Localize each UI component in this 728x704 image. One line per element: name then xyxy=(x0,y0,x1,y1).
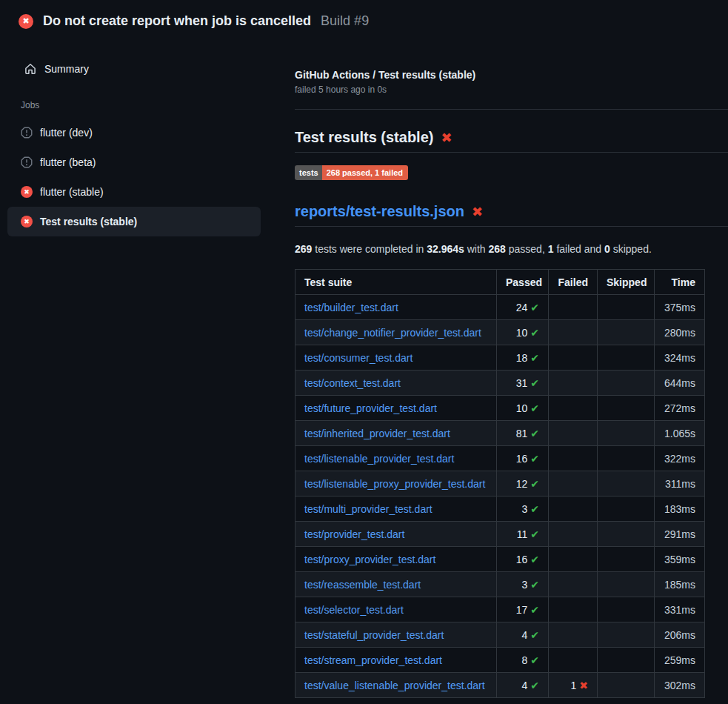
passed-count: 11 xyxy=(517,528,528,540)
failed-cell xyxy=(549,371,598,396)
skipped-cell xyxy=(598,421,655,446)
job-label: flutter (dev) xyxy=(40,127,93,139)
report-file-link[interactable]: reports/test-results.json xyxy=(295,203,464,220)
time-cell: 185ms xyxy=(655,572,705,597)
summary-text: passed, xyxy=(506,243,548,255)
suite-link[interactable]: test/context_test.dart xyxy=(304,377,401,389)
summary-text: with xyxy=(464,243,489,255)
jobs-section-label: Jobs xyxy=(21,100,289,110)
passed-count: 3 xyxy=(521,503,527,515)
skipped-cell xyxy=(598,295,655,320)
passed-count: 4 xyxy=(521,629,527,641)
stop-octagon-icon xyxy=(21,127,33,139)
table-row: test/stateful_provider_test.dart4✔206ms xyxy=(295,622,705,648)
skipped-cell xyxy=(598,522,655,547)
sidebar-item-flutter-dev[interactable]: flutter (dev) xyxy=(7,118,261,147)
test-results-table: Test suitePassedFailedSkippedTime test/b… xyxy=(295,269,705,698)
suite-cell: test/change_notifier_provider_test.dart xyxy=(295,320,497,345)
column-header-skipped: Skipped xyxy=(598,270,655,295)
main-content: GitHub Actions / Test results (stable) f… xyxy=(289,42,728,704)
table-row: test/change_notifier_provider_test.dart1… xyxy=(295,320,705,345)
summary-text: failed and xyxy=(554,243,605,255)
suite-link[interactable]: test/listenable_proxy_provider_test.dart xyxy=(304,478,485,490)
skipped-cell xyxy=(598,622,655,648)
passed-count: 31 xyxy=(516,377,528,389)
failed-cell xyxy=(549,471,598,497)
failed-cell xyxy=(549,396,598,421)
passed-count: 81 xyxy=(516,428,528,439)
sidebar-item-flutter-stable[interactable]: ✖flutter (stable) xyxy=(7,177,261,207)
table-row: test/proxy_provider_test.dart16✔359ms xyxy=(295,547,705,572)
failed-count: 1 xyxy=(570,680,576,691)
sidebar-item-test-results-stable[interactable]: ✖Test results (stable) xyxy=(7,207,261,236)
table-row: test/consumer_test.dart18✔324ms xyxy=(295,345,705,371)
column-header-failed: Failed xyxy=(549,270,598,295)
suite-link[interactable]: test/multi_provider_test.dart xyxy=(304,503,433,515)
passed-cell: 3✔ xyxy=(497,572,549,597)
check-mark-icon: ✔ xyxy=(530,579,539,591)
skipped-cell xyxy=(598,497,655,522)
failed-cell xyxy=(549,421,598,446)
sidebar-item-summary[interactable]: Summary xyxy=(7,54,261,84)
duration-value: 32.964s xyxy=(427,243,464,255)
sidebar-item-flutter-beta[interactable]: flutter (beta) xyxy=(7,147,261,177)
column-header-passed: Passed xyxy=(497,270,549,295)
suite-cell: test/inherited_provider_test.dart xyxy=(295,421,497,446)
suite-link[interactable]: test/inherited_provider_test.dart xyxy=(304,428,450,439)
passed-cell: 24✔ xyxy=(497,295,549,320)
suite-link[interactable]: test/listenable_provider_test.dart xyxy=(304,453,454,465)
failed-cell xyxy=(549,497,598,522)
passed-count: 4 xyxy=(521,680,527,691)
suite-link[interactable]: test/consumer_test.dart xyxy=(304,352,413,364)
run-header: ✖ Do not create report when job is cance… xyxy=(0,0,728,42)
passed-cell: 8✔ xyxy=(497,648,549,673)
table-row: test/multi_provider_test.dart3✔183ms xyxy=(295,497,705,522)
passed-count: 18 xyxy=(516,352,528,364)
suite-link[interactable]: test/proxy_provider_test.dart xyxy=(304,554,435,565)
results-table-head-row: Test suitePassedFailedSkippedTime xyxy=(295,270,705,295)
summary-text: tests were completed in xyxy=(312,243,427,255)
suite-link[interactable]: test/stateful_provider_test.dart xyxy=(304,629,444,641)
failed-cell xyxy=(549,597,598,622)
suite-link[interactable]: test/builder_test.dart xyxy=(304,302,398,313)
suite-link[interactable]: test/selector_test.dart xyxy=(304,604,404,616)
run-title: Do not create report when job is cancell… xyxy=(43,13,311,29)
passed-cell: 17✔ xyxy=(497,597,549,622)
suite-link[interactable]: test/stream_provider_test.dart xyxy=(304,654,442,666)
passed-count: 16 xyxy=(516,554,528,565)
failed-cell xyxy=(549,572,598,597)
time-cell: 206ms xyxy=(655,622,705,648)
job-label: Test results (stable) xyxy=(40,216,137,228)
cross-mark-icon: ✖ xyxy=(472,205,483,219)
passed-count: 268 xyxy=(489,243,506,255)
suite-link[interactable]: test/reassemble_test.dart xyxy=(304,579,421,591)
suite-cell: test/multi_provider_test.dart xyxy=(295,497,497,522)
suite-link[interactable]: test/change_notifier_provider_test.dart xyxy=(304,327,481,339)
section-heading-text: Test results (stable) xyxy=(295,129,433,146)
header-divider xyxy=(295,109,728,110)
tests-summary-sentence: 269 tests were completed in 32.964s with… xyxy=(295,243,728,255)
check-mark-icon: ✔ xyxy=(530,528,539,540)
status-line: failed 5 hours ago in 0s xyxy=(295,84,728,95)
time-cell: 1.065s xyxy=(655,421,705,446)
passed-count: 12 xyxy=(516,478,528,490)
suite-link[interactable]: test/value_listenable_provider_test.dart xyxy=(304,680,485,691)
suite-cell: test/builder_test.dart xyxy=(295,295,497,320)
suite-link[interactable]: test/provider_test.dart xyxy=(304,528,404,540)
skipped-cell xyxy=(598,572,655,597)
failed-cell xyxy=(549,345,598,371)
suite-cell: test/value_listenable_provider_test.dart xyxy=(295,673,497,698)
suite-link[interactable]: test/future_provider_test.dart xyxy=(304,402,437,414)
failed-cell xyxy=(549,320,598,345)
skipped-cell xyxy=(598,320,655,345)
skipped-cell xyxy=(598,648,655,673)
failed-cell xyxy=(549,295,598,320)
time-cell: 183ms xyxy=(655,497,705,522)
report-heading: reports/test-results.json ✖ xyxy=(295,203,728,227)
passed-cell: 11✔ xyxy=(497,522,549,547)
time-cell: 302ms xyxy=(655,673,705,698)
check-mark-icon: ✔ xyxy=(530,453,539,465)
sidebar-job-list: flutter (dev)flutter (beta)✖flutter (sta… xyxy=(0,118,289,236)
suite-cell: test/proxy_provider_test.dart xyxy=(295,547,497,572)
job-label: flutter (stable) xyxy=(40,186,104,198)
